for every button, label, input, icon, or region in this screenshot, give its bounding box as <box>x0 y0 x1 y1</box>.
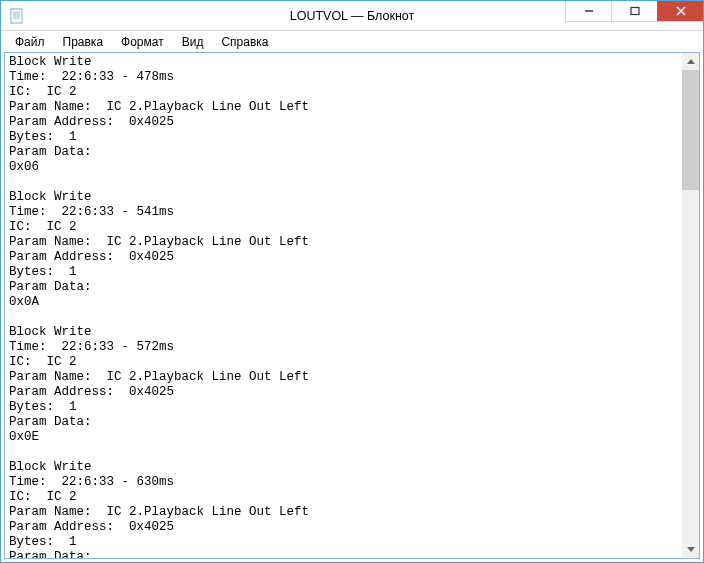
app-icon <box>9 8 25 24</box>
menu-edit[interactable]: Правка <box>55 33 112 51</box>
scroll-down-arrow-icon[interactable] <box>682 541 699 558</box>
editor-container: Block Write Time: 22:6:33 - 478ms IC: IC… <box>4 52 700 559</box>
scroll-track[interactable] <box>682 70 699 541</box>
scroll-thumb[interactable] <box>682 70 699 190</box>
window-controls <box>565 1 703 30</box>
titlebar: LOUTVOL — Блокнот <box>1 1 703 31</box>
scroll-up-arrow-icon[interactable] <box>682 53 699 70</box>
minimize-button[interactable] <box>565 0 611 22</box>
menu-file[interactable]: Файл <box>7 33 53 51</box>
vertical-scrollbar[interactable] <box>682 53 699 558</box>
text-content[interactable]: Block Write Time: 22:6:33 - 478ms IC: IC… <box>5 53 682 558</box>
menu-help[interactable]: Справка <box>213 33 276 51</box>
maximize-button[interactable] <box>611 0 657 22</box>
svg-rect-6 <box>631 7 639 14</box>
window-title: LOUTVOL — Блокнот <box>290 9 415 23</box>
menu-format[interactable]: Формат <box>113 33 172 51</box>
close-button[interactable] <box>657 0 703 22</box>
menubar: Файл Правка Формат Вид Справка <box>1 31 703 53</box>
menu-view[interactable]: Вид <box>174 33 212 51</box>
